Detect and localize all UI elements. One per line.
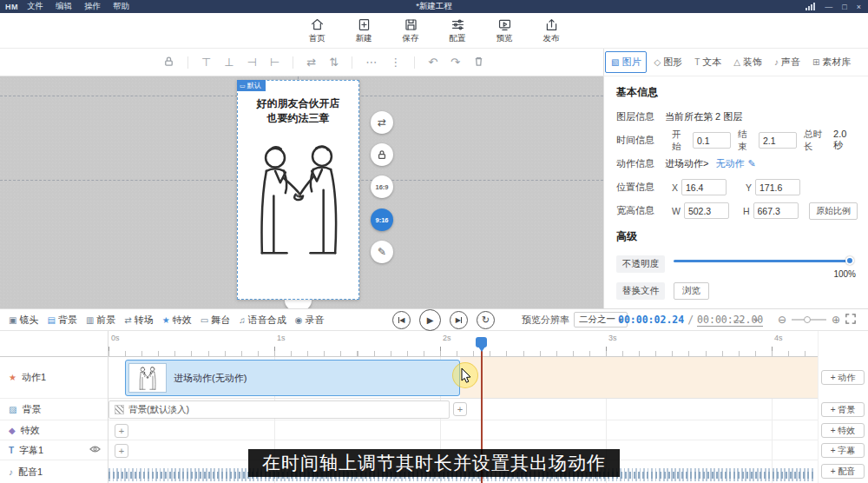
effects-track[interactable]: +	[108, 420, 818, 440]
menu-operate[interactable]: 操作	[84, 1, 101, 12]
swap-scene-button[interactable]: ⇄	[371, 111, 393, 134]
tab-sound[interactable]: ♪声音	[769, 52, 806, 72]
zoom-in-icon[interactable]: ⊕	[832, 314, 840, 326]
add-effect-button[interactable]: +	[115, 424, 128, 438]
align-left-icon[interactable]: ⊣	[247, 56, 257, 68]
browse-button[interactable]: 浏览	[674, 282, 709, 300]
flip-horizontal-icon[interactable]: ⇄	[306, 56, 316, 68]
add-background-track-button[interactable]: + 背景	[821, 402, 865, 417]
minimize-button[interactable]: —	[825, 3, 832, 11]
background-track[interactable]: 背景(默认淡入) +	[108, 399, 818, 420]
tab-shape[interactable]: ◇图形	[648, 52, 687, 72]
tab-decoration[interactable]: △装饰	[728, 52, 767, 72]
shape-icon: ◇	[654, 57, 661, 67]
original-ratio-button[interactable]: 原始比例	[809, 202, 858, 220]
effects-button[interactable]: ★特效	[162, 314, 192, 327]
distribute-vertical-icon[interactable]: ⋮	[390, 56, 401, 68]
timeline-ruler[interactable]: 0s 1s 2s 3s 4s	[108, 331, 818, 357]
publish-button[interactable]: 发布	[536, 17, 566, 44]
add-effects-track-button[interactable]: + 特效	[821, 423, 865, 438]
scene-tag[interactable]: ▭ 默认	[237, 80, 266, 91]
play-button[interactable]: ▶	[419, 309, 441, 331]
redo-icon[interactable]: ↷	[450, 56, 460, 68]
tab-library[interactable]: ⊞素材库	[807, 52, 856, 72]
stage-canvas[interactable]: ▭ 默认 好的朋友合伙开店 也要约法三章 + ⇄ 16:9 9:16 ✎	[0, 76, 603, 308]
start-time-input[interactable]	[693, 132, 731, 149]
camera-button[interactable]: ▣镜头	[9, 314, 38, 327]
scene-handle[interactable]	[285, 299, 312, 308]
position-label: 位置信息	[616, 181, 665, 194]
end-time-input[interactable]	[759, 132, 797, 149]
menu-edit[interactable]: 编辑	[56, 1, 72, 12]
undo-icon[interactable]: ↶	[428, 56, 437, 68]
add-action-track-button[interactable]: + 动作	[821, 370, 865, 385]
new-label: 新建	[356, 33, 372, 44]
timeline-zoom-out-button[interactable]: —	[733, 314, 743, 325]
ratio-16-9-button[interactable]: 16:9	[371, 175, 393, 198]
maximize-button[interactable]: □	[842, 3, 846, 11]
fullscreen-icon[interactable]	[845, 314, 856, 327]
entrance-action-link[interactable]: 无动作	[715, 157, 744, 170]
visibility-eye-icon[interactable]	[89, 445, 101, 455]
width-input[interactable]	[684, 202, 729, 219]
track-label-subtitle[interactable]: T 字幕1	[0, 440, 108, 460]
clip-extend-region[interactable]	[460, 357, 818, 398]
position-info-row: 位置信息 X Y	[616, 175, 858, 199]
add-background-segment-button[interactable]: +	[453, 402, 467, 416]
timeline-zoom-in-button[interactable]: +	[753, 314, 759, 325]
add-subtitle-button[interactable]: +	[115, 444, 128, 458]
config-button[interactable]: 配置	[443, 17, 472, 44]
loop-button[interactable]: ↻	[477, 311, 495, 329]
add-subtitle-track-button[interactable]: + 字幕	[821, 443, 865, 458]
menu-file[interactable]: 文件	[27, 1, 43, 12]
close-button[interactable]: ×	[857, 3, 861, 11]
opacity-slider[interactable]	[674, 260, 852, 262]
save-button[interactable]: 保存	[396, 17, 425, 44]
align-top-icon[interactable]: ⊤	[201, 56, 211, 68]
transition-button[interactable]: ⇄转场	[124, 314, 153, 327]
time-label: 时间信息	[616, 134, 665, 147]
ratio-9-16-button[interactable]: 9:16	[371, 208, 393, 231]
height-input[interactable]	[753, 202, 799, 219]
skip-back-button[interactable]: ◀	[392, 311, 411, 329]
flip-vertical-icon[interactable]: ⇅	[329, 56, 339, 68]
distribute-horizontal-icon[interactable]: ⋯	[365, 56, 377, 68]
opacity-slider-knob[interactable]	[845, 256, 854, 265]
action-clip[interactable]: 进场动作(无动作)	[125, 360, 460, 396]
stage-button[interactable]: ▭舞台	[201, 314, 230, 327]
y-input[interactable]	[755, 179, 800, 195]
timeline-zoom-buttons: — +	[733, 314, 759, 325]
edit-action-icon[interactable]: ✎	[747, 158, 755, 169]
new-button[interactable]: 新建	[349, 17, 378, 44]
background-button[interactable]: ▤背景	[47, 314, 76, 327]
zoom-slider[interactable]	[792, 319, 826, 321]
home-label: 首页	[309, 33, 326, 44]
track-label-background[interactable]: ▨ 背景	[0, 399, 108, 420]
zoom-slider-knob[interactable]	[804, 316, 811, 323]
add-voice-track-button[interactable]: + 配音	[821, 464, 865, 479]
foreground-button[interactable]: ▥前景	[86, 314, 115, 327]
align-right-icon[interactable]: ⊢	[270, 56, 279, 68]
selected-image-element[interactable]: ▭ 默认 好的朋友合伙开店 也要约法三章 +	[237, 80, 359, 300]
track-label-action[interactable]: ★ 动作1	[0, 357, 108, 399]
track-label-voice[interactable]: ♪ 配音1	[0, 460, 108, 483]
edit-scene-button[interactable]: ✎	[371, 241, 393, 263]
x-input[interactable]	[681, 179, 727, 195]
align-bottom-icon[interactable]: ⊥	[224, 56, 233, 68]
tab-image[interactable]: ▧图片	[605, 51, 647, 73]
tab-text[interactable]: T文本	[689, 52, 727, 72]
skip-forward-button[interactable]: ▶	[450, 311, 468, 329]
tts-button[interactable]: ♫语音合成	[239, 314, 286, 327]
track-label-effects[interactable]: ◆ 特效	[0, 420, 108, 440]
lock-icon[interactable]	[163, 55, 174, 70]
menu-help[interactable]: 帮助	[113, 1, 129, 12]
zoom-out-icon[interactable]: ⊖	[778, 314, 786, 326]
action-track-label: 动作1	[22, 371, 46, 384]
home-button[interactable]: 首页	[302, 17, 332, 44]
preview-button[interactable]: 预览	[490, 17, 519, 44]
delete-icon[interactable]	[473, 55, 484, 70]
lock-scene-button[interactable]	[371, 143, 393, 166]
new-file-icon	[357, 17, 372, 32]
record-button[interactable]: ◉录音	[295, 314, 325, 327]
background-clip[interactable]: 背景(默认淡入)	[108, 400, 450, 419]
